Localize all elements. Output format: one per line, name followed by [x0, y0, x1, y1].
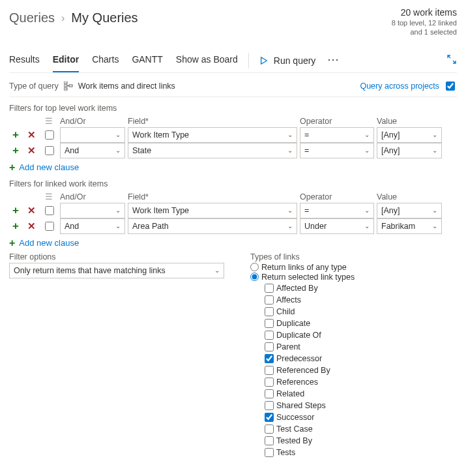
- andor-select[interactable]: ⌄: [60, 127, 125, 143]
- andor-select[interactable]: ⌄: [60, 203, 125, 218]
- link-type-item[interactable]: Affects: [265, 294, 355, 306]
- link-type-item[interactable]: Tests: [265, 447, 355, 458]
- remove-clause-icon[interactable]: ✕: [25, 221, 38, 231]
- query-across-projects-checkbox[interactable]: [446, 82, 455, 91]
- remove-clause-icon[interactable]: ✕: [25, 130, 38, 140]
- link-type-item[interactable]: Referenced By: [265, 364, 355, 376]
- fullscreen-icon: [446, 54, 457, 65]
- link-type-label: Successor: [276, 411, 314, 423]
- link-type-checkbox[interactable]: [265, 331, 274, 340]
- andor-select[interactable]: And⌄: [60, 143, 125, 158]
- link-type-checkbox[interactable]: [265, 342, 274, 351]
- col-andor: And/Or: [60, 115, 125, 127]
- col-operator: Operator: [300, 191, 374, 203]
- more-actions-button[interactable]: ···: [327, 53, 339, 68]
- operator-select[interactable]: Under⌄: [300, 218, 374, 234]
- link-type-item[interactable]: Duplicate Of: [265, 329, 355, 341]
- field-select[interactable]: Work Item Type⌄: [128, 203, 297, 218]
- value-select[interactable]: [Any]⌄: [377, 203, 442, 218]
- breadcrumb-root[interactable]: Queries: [9, 10, 55, 25]
- link-type-item[interactable]: Tested By: [265, 435, 355, 447]
- andor-select[interactable]: And⌄: [60, 218, 125, 234]
- radio-links-any-input[interactable]: [250, 263, 259, 271]
- radio-links-selected-input[interactable]: [250, 273, 259, 281]
- direct-links-icon: [64, 82, 73, 91]
- svg-rect-2: [69, 85, 72, 87]
- list-icon[interactable]: ☰: [40, 192, 57, 201]
- value-select[interactable]: [Any]⌄: [377, 127, 442, 143]
- link-type-item[interactable]: Successor: [265, 411, 355, 423]
- add-clause-icon[interactable]: +: [9, 129, 22, 140]
- link-type-checkbox[interactable]: [265, 284, 274, 293]
- radio-links-selected[interactable]: Return selected link types: [250, 273, 355, 282]
- breadcrumb: Queries › My Queries: [9, 7, 138, 25]
- link-type-checkbox[interactable]: [265, 366, 274, 375]
- clause-checkbox[interactable]: [45, 222, 54, 231]
- link-type-item[interactable]: Predecessor: [265, 353, 355, 364]
- add-clause-icon[interactable]: +: [9, 145, 22, 156]
- link-type-item[interactable]: Child: [265, 306, 355, 318]
- link-type-label: Duplicate Of: [276, 329, 321, 341]
- linked-clause-grid: ☰ And/Or Field Operator Value + ✕ ⌄ Work…: [9, 191, 457, 234]
- remove-clause-icon[interactable]: ✕: [25, 145, 38, 155]
- remove-clause-icon[interactable]: ✕: [25, 205, 38, 215]
- link-type-item[interactable]: Shared Steps: [265, 400, 355, 411]
- value-select[interactable]: [Any]⌄: [377, 143, 442, 158]
- link-type-item[interactable]: Related: [265, 388, 355, 400]
- operator-select[interactable]: =⌄: [300, 143, 374, 158]
- link-type-checkbox[interactable]: [265, 389, 274, 398]
- link-type-checkbox[interactable]: [265, 295, 274, 305]
- clause-checkbox[interactable]: [45, 146, 54, 155]
- tab-editor[interactable]: Editor: [53, 49, 79, 72]
- chevron-down-icon: ⌄: [364, 207, 370, 214]
- type-of-query-value[interactable]: Work items and direct links: [78, 82, 175, 91]
- link-type-checkbox[interactable]: [265, 413, 274, 422]
- link-type-checkbox[interactable]: [265, 354, 274, 363]
- link-type-checkbox[interactable]: [265, 436, 274, 445]
- tab-gantt[interactable]: GANTT: [132, 49, 162, 72]
- query-across-projects[interactable]: Query across projects: [360, 80, 457, 93]
- link-type-checkbox[interactable]: [265, 319, 274, 328]
- add-clause-icon[interactable]: +: [9, 220, 22, 231]
- run-query-button[interactable]: Run query: [259, 55, 316, 66]
- fullscreen-button[interactable]: [446, 54, 457, 67]
- link-type-item[interactable]: Affected By: [265, 282, 355, 294]
- value-select[interactable]: Fabrikam⌄: [377, 218, 442, 234]
- add-new-clause-link[interactable]: + Add new clause: [9, 162, 457, 173]
- clause-checkbox[interactable]: [45, 130, 54, 140]
- link-type-checkbox[interactable]: [265, 424, 274, 434]
- field-select[interactable]: State⌄: [128, 143, 297, 158]
- operator-select[interactable]: =⌄: [300, 203, 374, 218]
- filter-options-select[interactable]: Only return items that have matching lin…: [9, 263, 224, 278]
- link-type-checkbox[interactable]: [265, 378, 274, 387]
- breadcrumb-current[interactable]: My Queries: [71, 10, 138, 25]
- add-clause-icon[interactable]: +: [9, 205, 22, 216]
- chevron-down-icon: ⌄: [115, 207, 121, 214]
- link-type-item[interactable]: Test Case: [265, 423, 355, 435]
- link-type-label: Affects: [276, 294, 301, 306]
- svg-rect-1: [64, 85, 67, 87]
- operator-select[interactable]: =⌄: [300, 127, 374, 143]
- chevron-down-icon: ⌄: [432, 147, 437, 154]
- radio-links-any[interactable]: Return links of any type: [250, 263, 355, 272]
- tab-results[interactable]: Results: [9, 49, 40, 72]
- link-type-label: Tests: [276, 447, 295, 458]
- link-type-checkbox[interactable]: [265, 448, 274, 457]
- run-query-label: Run query: [274, 55, 316, 66]
- type-of-query-label: Type of query: [9, 82, 59, 91]
- link-type-label: Test Case: [276, 423, 313, 435]
- toolbar-divider: [248, 53, 249, 68]
- clause-checkbox[interactable]: [45, 206, 54, 215]
- col-value: Value: [377, 191, 442, 203]
- link-type-checkbox[interactable]: [265, 401, 274, 410]
- link-type-item[interactable]: Duplicate: [265, 318, 355, 329]
- list-icon[interactable]: ☰: [40, 117, 57, 125]
- link-type-checkbox[interactable]: [265, 307, 274, 316]
- field-select[interactable]: Work Item Type⌄: [128, 127, 297, 143]
- tab-show-as-board[interactable]: Show as Board: [176, 49, 238, 72]
- link-type-item[interactable]: References: [265, 376, 355, 388]
- tab-charts[interactable]: Charts: [92, 49, 119, 72]
- field-select[interactable]: Area Path⌄: [128, 218, 297, 234]
- add-new-clause-link[interactable]: + Add new clause: [9, 238, 457, 248]
- link-type-item[interactable]: Parent: [265, 341, 355, 353]
